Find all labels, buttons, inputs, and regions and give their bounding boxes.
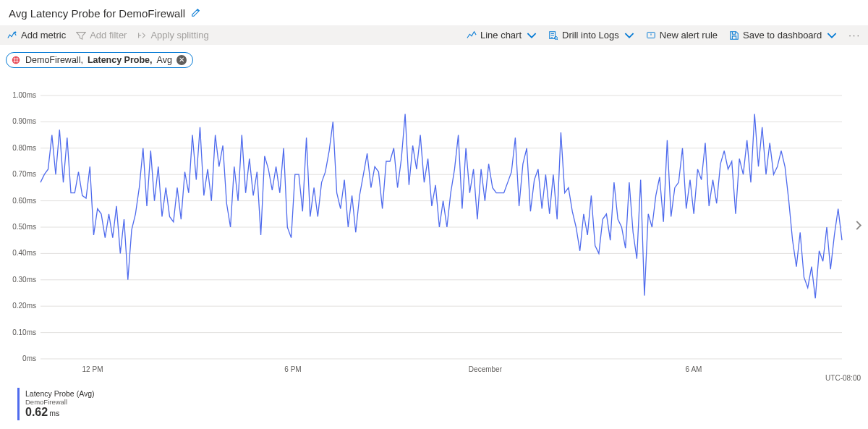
add-metric-button[interactable]: Add metric [7, 30, 66, 41]
save-dashboard-dropdown[interactable]: Save to dashboard [729, 30, 837, 41]
chevron-down-icon [527, 30, 537, 41]
add-metric-label: Add metric [21, 30, 66, 41]
legend-unit: ms [49, 409, 59, 417]
edit-title-icon[interactable] [191, 7, 201, 20]
metric-pill[interactable]: DemoFirewall, Latency Probe, Avg ✕ [6, 52, 193, 68]
chart-type-dropdown[interactable]: Line chart [467, 30, 537, 41]
svg-text:0.50ms: 0.50ms [12, 223, 36, 231]
svg-text:1.00ms: 1.00ms [12, 91, 36, 99]
pill-agg: Avg [157, 55, 172, 65]
svg-text:0.60ms: 0.60ms [12, 197, 36, 205]
legend-value: 0.62 [25, 406, 48, 418]
save-dashboard-label: Save to dashboard [743, 30, 822, 41]
pill-metric: Latency Probe, [88, 55, 153, 65]
page-title: Avg Latency Probe for DemoFirewall [9, 7, 185, 20]
firewall-resource-icon [11, 55, 21, 65]
add-filter-button[interactable]: Add filter [76, 30, 127, 41]
svg-text:0.90ms: 0.90ms [12, 117, 36, 125]
new-alert-label: New alert rule [660, 30, 718, 41]
svg-text:12 PM: 12 PM [82, 365, 103, 373]
add-filter-label: Add filter [90, 30, 127, 41]
legend-resource: DemoFirewall [25, 398, 95, 406]
svg-text:0.40ms: 0.40ms [12, 249, 36, 257]
drill-logs-dropdown[interactable]: Drill into Logs [548, 30, 634, 41]
next-range-button[interactable] [854, 221, 864, 233]
remove-metric-icon[interactable]: ✕ [176, 55, 187, 65]
legend-series-name: Latency Probe (Avg) [25, 389, 95, 398]
apply-splitting-label: Apply splitting [150, 30, 208, 41]
chevron-down-icon [827, 30, 837, 41]
svg-text:0.80ms: 0.80ms [12, 144, 36, 152]
svg-text:0.10ms: 0.10ms [12, 328, 36, 336]
latency-chart: 0ms0.10ms0.20ms0.30ms0.40ms0.50ms0.60ms0… [41, 93, 842, 382]
svg-point-0 [14, 31, 16, 33]
svg-text:0.70ms: 0.70ms [12, 170, 36, 178]
chart-type-label: Line chart [480, 30, 522, 41]
legend-item[interactable]: Latency Probe (Avg) DemoFirewall 0.62ms [17, 388, 101, 420]
more-menu-button[interactable]: ··· [848, 30, 861, 41]
toolbar: Add metric Add filter Apply splitting Li… [0, 25, 868, 45]
svg-text:6 PM: 6 PM [284, 365, 301, 373]
chevron-down-icon [624, 30, 634, 41]
timezone-label: UTC-08:00 [825, 374, 861, 382]
apply-splitting-button[interactable]: Apply splitting [137, 30, 208, 41]
svg-text:0ms: 0ms [22, 354, 36, 362]
svg-text:0.20ms: 0.20ms [12, 302, 36, 310]
new-alert-button[interactable]: New alert rule [646, 30, 718, 41]
pill-resource: DemoFirewall, [25, 55, 83, 65]
svg-text:December: December [469, 365, 503, 373]
svg-text:0.30ms: 0.30ms [12, 276, 36, 284]
drill-logs-label: Drill into Logs [562, 30, 619, 41]
svg-point-4 [12, 56, 20, 64]
svg-text:6 AM: 6 AM [686, 365, 702, 373]
